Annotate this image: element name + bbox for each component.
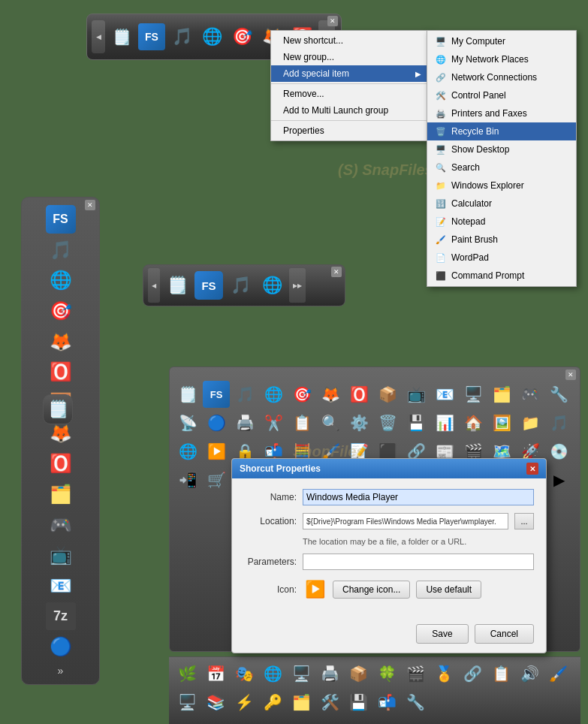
dialog-save-button[interactable]: Save — [416, 624, 468, 644]
lt-icon-mail[interactable]: 📧 — [46, 572, 76, 600]
br-icon-21[interactable]: 💾 — [345, 689, 372, 716]
submenu-search[interactable]: 🔍 Search — [427, 158, 576, 176]
br-icon-10[interactable]: 🏅 — [430, 660, 457, 687]
bp-icon-3[interactable]: 🌐 — [260, 381, 287, 408]
mid-icon-chrome[interactable]: 🌐 — [258, 271, 286, 300]
br-icon-16[interactable]: 📚 — [202, 689, 229, 716]
dialog-location-input[interactable] — [303, 513, 508, 529]
submenu-calculator[interactable]: 🔢 Calculator — [427, 195, 576, 213]
bp-icon-15[interactable]: 🔵 — [203, 409, 230, 436]
br-icon-15[interactable]: 🖥️ — [173, 689, 201, 716]
top-icon-chrome[interactable]: 🌐 — [198, 23, 225, 50]
context-menu-new-group[interactable]: New group... — [271, 49, 427, 65]
lt-more[interactable]: » — [58, 665, 64, 677]
submenu-mycomputer[interactable]: 🖥️ My Computer — [427, 32, 576, 50]
bp-icon-8[interactable]: 📺 — [403, 381, 430, 408]
bp-icon-23[interactable]: 📊 — [431, 409, 458, 436]
br-icon-2[interactable]: 📅 — [202, 660, 229, 687]
dialog-browse-button[interactable]: ... — [514, 513, 534, 529]
submenu-notepad[interactable]: 📝 Notepad — [427, 213, 576, 231]
lt-icon-zip[interactable]: 7z — [46, 602, 76, 631]
mid-arrow-right[interactable]: ▶▶ — [289, 268, 306, 303]
lt-icon-itunes[interactable]: 🎵 — [46, 236, 76, 264]
bp-icon-4[interactable]: 🎯 — [288, 381, 315, 408]
bp-icon-6[interactable]: 🅾️ — [345, 381, 372, 408]
bp-icon-17[interactable]: ✂️ — [260, 409, 287, 436]
bp-icon-12[interactable]: 🎮 — [517, 381, 544, 408]
bp-icon-5[interactable]: 🦊 — [317, 381, 344, 408]
context-menu-remove[interactable]: Remove... — [271, 86, 427, 102]
br-icon-11[interactable]: 🔗 — [459, 660, 486, 687]
bp-icon-22[interactable]: 💾 — [403, 409, 430, 436]
br-icon-23[interactable]: 🔧 — [402, 689, 429, 716]
lt-icon-op2[interactable]: 🅾️ — [46, 449, 76, 478]
bp-icon-43[interactable]: 🛒 — [203, 466, 230, 493]
submenu-cmdprompt[interactable]: ⬛ Command Prompt — [427, 267, 576, 285]
context-menu-new-shortcut[interactable]: New shortcut... — [271, 32, 427, 49]
bp-icon-fs[interactable]: FS — [203, 381, 230, 408]
lt-icon-tv[interactable]: 📺 — [46, 541, 76, 569]
dialog-cancel-button[interactable]: Cancel — [475, 624, 534, 644]
bp-icon-20[interactable]: ⚙️ — [345, 409, 372, 436]
br-icon-9[interactable]: 🎬 — [402, 660, 429, 687]
lt-icon-game[interactable]: 🎮 — [46, 511, 76, 539]
lt-icon-win[interactable]: 🎯 — [46, 297, 76, 325]
submenu-mynetwork[interactable]: 🌐 My Network Places — [427, 50, 576, 68]
use-default-button[interactable]: Use default — [416, 581, 481, 599]
bp-icon-16[interactable]: 🖨️ — [231, 409, 258, 436]
br-icon-6[interactable]: 🖨️ — [316, 660, 343, 687]
bp-icon-21[interactable]: 🗑️ — [374, 409, 401, 436]
bp-icon-27[interactable]: 🎵 — [545, 409, 572, 436]
change-icon-button[interactable]: Change icon... — [333, 581, 410, 599]
bp-icon-14[interactable]: 📡 — [174, 409, 201, 436]
lt-icon-chrome[interactable]: 🌐 — [46, 266, 76, 294]
bp-icon-29[interactable]: ▶️ — [203, 438, 230, 465]
mid-icon-itunes[interactable]: 🎵 — [226, 271, 255, 300]
bp-icon-7[interactable]: 📦 — [374, 381, 401, 408]
br-icon-19[interactable]: 🗂️ — [288, 689, 315, 716]
top-icon-calc[interactable]: 🗒️ — [108, 23, 135, 50]
br-icon-7[interactable]: 📦 — [345, 660, 372, 687]
bp-icon-11[interactable]: 🗂️ — [488, 381, 515, 408]
top-icon-win[interactable]: 🎯 — [228, 23, 255, 50]
mid-arrow-left[interactable]: ◀ — [148, 268, 160, 303]
bp-icon-19[interactable]: 🔍 — [317, 409, 344, 436]
top-icon-itunes[interactable]: 🎵 — [168, 23, 195, 50]
br-icon-3[interactable]: 🎭 — [231, 660, 258, 687]
bp-icon-13[interactable]: 🔧 — [545, 381, 572, 408]
br-icon-4[interactable]: 🌐 — [259, 660, 286, 687]
submenu-printers[interactable]: 🖨️ Printers and Faxes — [427, 104, 576, 122]
br-icon-22[interactable]: 📬 — [373, 689, 400, 716]
bp-icon-1[interactable]: 🗒️ — [174, 381, 201, 408]
lt-icon-ff[interactable]: 🦊 — [46, 327, 76, 356]
context-menu-add-special[interactable]: Add special item ▶ — [271, 65, 427, 82]
br-icon-8[interactable]: 🍀 — [373, 660, 400, 687]
lt-icon-net[interactable]: 🗂️ — [46, 480, 76, 508]
br-icon-20[interactable]: 🛠️ — [316, 689, 343, 716]
bp-icon-18[interactable]: 📋 — [288, 409, 315, 436]
submenu-wordpad[interactable]: 📄 WordPad — [427, 249, 576, 267]
context-menu-properties[interactable]: Properties — [271, 122, 427, 139]
bp-icon-41[interactable]: 💿 — [545, 438, 572, 465]
br-icon-14[interactable]: 🖌️ — [544, 660, 571, 687]
bp-icon-2[interactable]: 🎵 — [231, 381, 258, 408]
submenu-recyclebin[interactable]: 🗑️ Recycle Bin — [427, 122, 576, 140]
br-icon-5[interactable]: 🖥️ — [288, 660, 315, 687]
submenu-showdesktop[interactable]: 🖥️ Show Desktop — [427, 140, 576, 158]
mid-toolbar-close[interactable]: ✕ — [331, 267, 342, 277]
br-icon-18[interactable]: 🔑 — [259, 689, 286, 716]
bp-icon-24[interactable]: 🏠 — [460, 409, 487, 436]
bp-icon-42[interactable]: 📲 — [174, 466, 201, 493]
submenu-paintbrush[interactable]: 🖌️ Paint Brush — [427, 231, 576, 249]
bp-icon-9[interactable]: 📧 — [431, 381, 458, 408]
mid-icon-fs[interactable]: FS — [194, 271, 223, 300]
dialog-close-button[interactable]: ✕ — [526, 463, 538, 475]
dialog-name-input[interactable] — [303, 489, 534, 505]
top-toolbar-arrow-left[interactable]: ◀ — [92, 20, 105, 53]
context-menu-multilaunch[interactable]: Add to Multi Launch group — [271, 102, 427, 119]
top-toolbar-close[interactable]: ✕ — [327, 16, 338, 26]
big-panel-close[interactable]: ✕ — [565, 370, 576, 380]
submenu-explorer[interactable]: 📁 Windows Explorer — [427, 176, 576, 195]
bp-icon-26[interactable]: 📁 — [517, 409, 544, 436]
br-icon-12[interactable]: 📋 — [487, 660, 514, 687]
